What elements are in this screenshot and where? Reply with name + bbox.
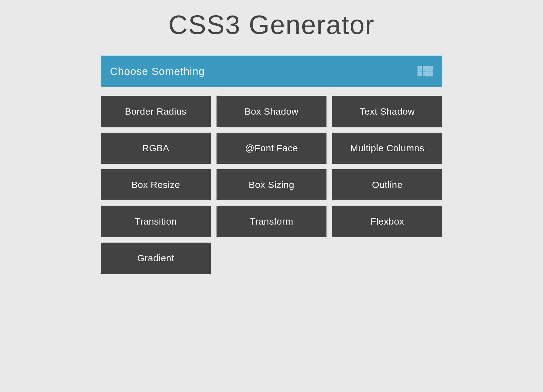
tile-label: Multiple Columns bbox=[350, 143, 424, 153]
tile-outline[interactable]: Outline bbox=[332, 169, 442, 200]
tile-label: @Font Face bbox=[245, 143, 298, 153]
tile-label: Border Radius bbox=[125, 106, 186, 117]
tile-border-radius[interactable]: Border Radius bbox=[101, 96, 211, 127]
dropdown-bar[interactable]: Choose Something bbox=[101, 56, 442, 87]
tiles-grid: Border Radius Box Shadow Text Shadow RGB… bbox=[101, 96, 442, 274]
tile-text-shadow[interactable]: Text Shadow bbox=[332, 96, 442, 127]
tile-label: Gradient bbox=[137, 253, 174, 263]
tile-gradient[interactable]: Gradient bbox=[101, 243, 211, 274]
tile-label: Text Shadow bbox=[360, 106, 415, 117]
tile-label: RGBA bbox=[142, 143, 169, 153]
tile-label: Transform bbox=[250, 216, 293, 227]
app-container: CSS3 Generator Choose Something Border R… bbox=[101, 0, 442, 274]
tile-transition[interactable]: Transition bbox=[101, 206, 211, 237]
tile-box-shadow[interactable]: Box Shadow bbox=[217, 96, 327, 127]
tile-label: Box Resize bbox=[131, 180, 180, 190]
dropdown-label: Choose Something bbox=[110, 65, 205, 77]
tile-flexbox[interactable]: Flexbox bbox=[332, 206, 442, 237]
tile-label: Outline bbox=[372, 180, 403, 190]
tile-label: Box Sizing bbox=[249, 180, 294, 190]
tile-multiple-columns[interactable]: Multiple Columns bbox=[332, 133, 442, 164]
tile-box-resize[interactable]: Box Resize bbox=[101, 169, 211, 200]
tile-box-sizing[interactable]: Box Sizing bbox=[217, 169, 327, 200]
tile-label: Box Shadow bbox=[244, 106, 298, 117]
tile-label: Transition bbox=[135, 216, 177, 227]
tile-rgba[interactable]: RGBA bbox=[101, 133, 211, 164]
tile-font-face[interactable]: @Font Face bbox=[217, 133, 327, 164]
grid-icon bbox=[418, 66, 433, 76]
tile-label: Flexbox bbox=[370, 216, 404, 227]
page-title: CSS3 Generator bbox=[101, 9, 442, 40]
tile-transform[interactable]: Transform bbox=[217, 206, 327, 237]
